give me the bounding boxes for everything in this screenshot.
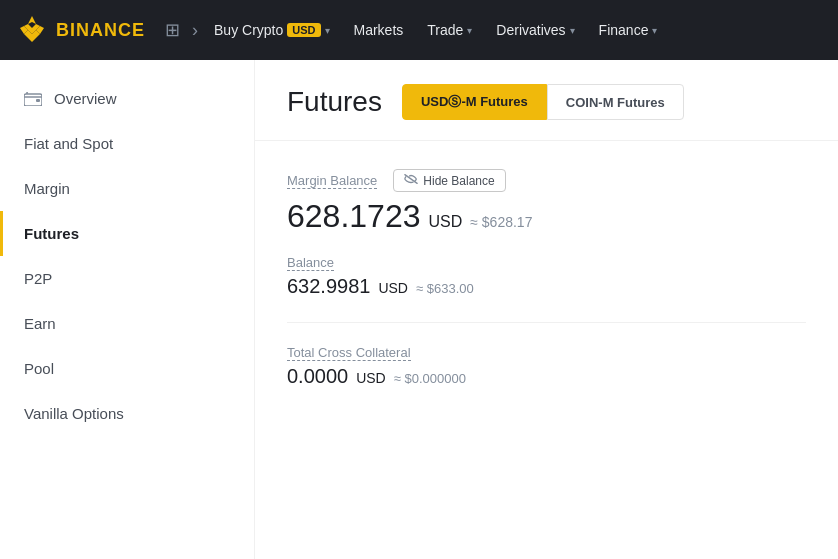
collateral-currency: USD xyxy=(356,370,386,386)
sidebar-label-fiat-spot: Fiat and Spot xyxy=(24,135,113,152)
logo-text: BINANCE xyxy=(56,20,145,41)
sidebar: Overview Fiat and Spot Margin Futures P2… xyxy=(0,60,255,559)
sidebar-label-pool: Pool xyxy=(24,360,54,377)
sidebar-label-earn: Earn xyxy=(24,315,56,332)
svg-marker-0 xyxy=(28,16,36,24)
sidebar-item-fiat-spot[interactable]: Fiat and Spot xyxy=(0,121,254,166)
futures-tabs: USDⓈ-M Futures COIN-M Futures xyxy=(402,84,684,120)
sidebar-item-vanilla-options[interactable]: Vanilla Options xyxy=(0,391,254,436)
hide-balance-button[interactable]: Hide Balance xyxy=(393,169,505,192)
sub-balance-row: 632.9981 USD ≈ $633.00 xyxy=(287,275,806,298)
main-content: Futures USDⓈ-M Futures COIN-M Futures Ma… xyxy=(255,60,838,559)
balance-section: Margin Balance Hide Balance 628.1723 USD… xyxy=(255,141,838,416)
sidebar-label-futures: Futures xyxy=(24,225,79,242)
divider xyxy=(287,322,806,323)
sidebar-item-overview[interactable]: Overview xyxy=(0,76,254,121)
collateral-balance-row: 0.0000 USD ≈ $0.000000 xyxy=(287,365,806,388)
sub-balance-approx: ≈ $633.00 xyxy=(416,281,474,296)
main-balance-number: 628.1723 xyxy=(287,198,420,235)
tab-coin-m-futures[interactable]: COIN-M Futures xyxy=(547,84,684,120)
usd-badge: USD xyxy=(287,23,320,37)
sub-balance-currency: USD xyxy=(378,280,408,296)
sidebar-item-p2p[interactable]: P2P xyxy=(0,256,254,301)
buy-crypto-chevron: ▾ xyxy=(325,25,330,36)
derivatives-chevron: ▾ xyxy=(570,25,575,36)
grid-icon[interactable]: ⊞ xyxy=(161,15,184,45)
eye-slash-icon xyxy=(404,173,418,188)
hide-balance-label: Hide Balance xyxy=(423,174,494,188)
tab-usds-futures[interactable]: USDⓈ-M Futures xyxy=(402,84,547,120)
main-balance-approx: ≈ $628.17 xyxy=(470,214,532,230)
nav-separator: › xyxy=(192,20,198,41)
collateral-section: Total Cross Collateral 0.0000 USD ≈ $0.0… xyxy=(287,322,806,388)
collateral-label[interactable]: Total Cross Collateral xyxy=(287,345,411,361)
balance-label-row: Margin Balance Hide Balance xyxy=(287,169,806,192)
nav-markets[interactable]: Markets xyxy=(346,18,412,42)
main-balance-row: 628.1723 USD ≈ $628.17 xyxy=(287,198,806,235)
collateral-approx: ≈ $0.000000 xyxy=(394,371,466,386)
sidebar-label-vanilla-options: Vanilla Options xyxy=(24,405,124,422)
main-balance-currency: USD xyxy=(428,213,462,231)
nav-derivatives[interactable]: Derivatives ▾ xyxy=(488,18,582,42)
sidebar-item-margin[interactable]: Margin xyxy=(0,166,254,211)
sidebar-label-overview: Overview xyxy=(54,90,117,107)
sidebar-label-p2p: P2P xyxy=(24,270,52,287)
nav-finance[interactable]: Finance ▾ xyxy=(591,18,666,42)
nav-buy-crypto[interactable]: Buy Crypto USD ▾ xyxy=(206,18,337,42)
trade-chevron: ▾ xyxy=(467,25,472,36)
logo[interactable]: BINANCE xyxy=(16,14,145,46)
svg-rect-6 xyxy=(36,99,40,102)
sidebar-label-margin: Margin xyxy=(24,180,70,197)
collateral-number: 0.0000 xyxy=(287,365,348,388)
sub-balance-section: Balance 632.9981 USD ≈ $633.00 xyxy=(287,253,806,298)
finance-chevron: ▾ xyxy=(652,25,657,36)
sidebar-item-earn[interactable]: Earn xyxy=(0,301,254,346)
content-header: Futures USDⓈ-M Futures COIN-M Futures xyxy=(255,60,838,141)
wallet-icon xyxy=(24,92,42,106)
sub-balance-number: 632.9981 xyxy=(287,275,370,298)
margin-balance-label[interactable]: Margin Balance xyxy=(287,173,377,189)
page-title: Futures xyxy=(287,86,382,118)
nav-trade[interactable]: Trade ▾ xyxy=(419,18,480,42)
balance-label[interactable]: Balance xyxy=(287,255,334,271)
sidebar-item-pool[interactable]: Pool xyxy=(0,346,254,391)
sidebar-item-futures[interactable]: Futures xyxy=(0,211,254,256)
